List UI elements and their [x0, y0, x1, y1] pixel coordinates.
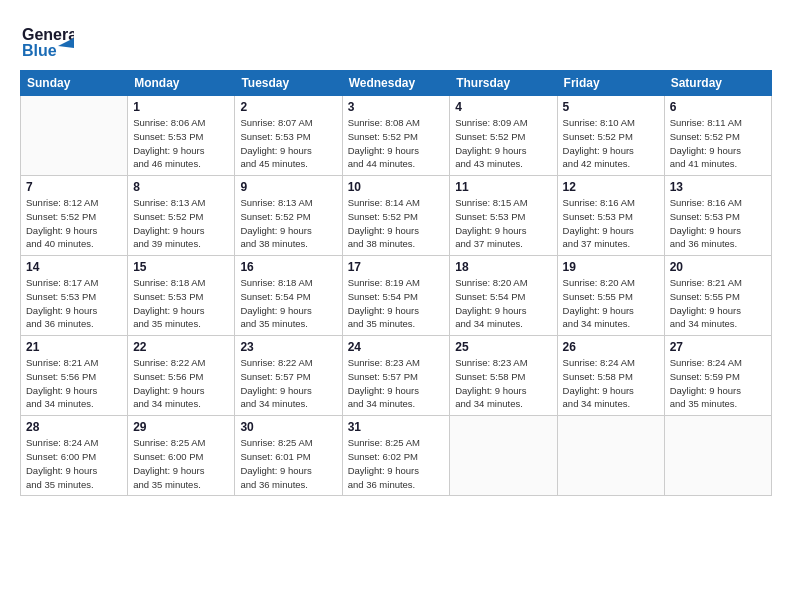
day-number: 25 [455, 340, 551, 354]
calendar-cell: 21Sunrise: 8:21 AMSunset: 5:56 PMDayligh… [21, 336, 128, 416]
calendar-cell: 6Sunrise: 8:11 AMSunset: 5:52 PMDaylight… [664, 96, 771, 176]
day-info: Sunrise: 8:21 AMSunset: 5:55 PMDaylight:… [670, 276, 766, 331]
day-info: Sunrise: 8:11 AMSunset: 5:52 PMDaylight:… [670, 116, 766, 171]
day-info: Sunrise: 8:06 AMSunset: 5:53 PMDaylight:… [133, 116, 229, 171]
calendar-cell: 26Sunrise: 8:24 AMSunset: 5:58 PMDayligh… [557, 336, 664, 416]
calendar-cell: 1Sunrise: 8:06 AMSunset: 5:53 PMDaylight… [128, 96, 235, 176]
weekday-header-friday: Friday [557, 71, 664, 96]
page: General Blue SundayMondayTuesdayWednesda… [0, 0, 792, 612]
calendar-cell: 17Sunrise: 8:19 AMSunset: 5:54 PMDayligh… [342, 256, 450, 336]
day-info: Sunrise: 8:07 AMSunset: 5:53 PMDaylight:… [240, 116, 336, 171]
day-info: Sunrise: 8:24 AMSunset: 5:59 PMDaylight:… [670, 356, 766, 411]
day-number: 13 [670, 180, 766, 194]
calendar-cell [664, 416, 771, 496]
day-info: Sunrise: 8:23 AMSunset: 5:58 PMDaylight:… [455, 356, 551, 411]
day-info: Sunrise: 8:24 AMSunset: 6:00 PMDaylight:… [26, 436, 122, 491]
day-info: Sunrise: 8:16 AMSunset: 5:53 PMDaylight:… [670, 196, 766, 251]
day-info: Sunrise: 8:24 AMSunset: 5:58 PMDaylight:… [563, 356, 659, 411]
weekday-header-monday: Monday [128, 71, 235, 96]
calendar-cell: 9Sunrise: 8:13 AMSunset: 5:52 PMDaylight… [235, 176, 342, 256]
day-number: 14 [26, 260, 122, 274]
day-info: Sunrise: 8:18 AMSunset: 5:54 PMDaylight:… [240, 276, 336, 331]
day-number: 11 [455, 180, 551, 194]
day-number: 12 [563, 180, 659, 194]
calendar-cell: 5Sunrise: 8:10 AMSunset: 5:52 PMDaylight… [557, 96, 664, 176]
day-info: Sunrise: 8:12 AMSunset: 5:52 PMDaylight:… [26, 196, 122, 251]
day-info: Sunrise: 8:16 AMSunset: 5:53 PMDaylight:… [563, 196, 659, 251]
day-info: Sunrise: 8:25 AMSunset: 6:02 PMDaylight:… [348, 436, 445, 491]
calendar-cell: 23Sunrise: 8:22 AMSunset: 5:57 PMDayligh… [235, 336, 342, 416]
day-number: 31 [348, 420, 445, 434]
day-info: Sunrise: 8:19 AMSunset: 5:54 PMDaylight:… [348, 276, 445, 331]
calendar-cell [557, 416, 664, 496]
day-number: 24 [348, 340, 445, 354]
calendar-cell: 8Sunrise: 8:13 AMSunset: 5:52 PMDaylight… [128, 176, 235, 256]
day-number: 8 [133, 180, 229, 194]
day-number: 19 [563, 260, 659, 274]
day-number: 28 [26, 420, 122, 434]
calendar-cell: 3Sunrise: 8:08 AMSunset: 5:52 PMDaylight… [342, 96, 450, 176]
day-info: Sunrise: 8:14 AMSunset: 5:52 PMDaylight:… [348, 196, 445, 251]
day-number: 21 [26, 340, 122, 354]
day-number: 2 [240, 100, 336, 114]
day-number: 3 [348, 100, 445, 114]
logo-icon: General Blue [20, 18, 74, 62]
calendar-cell: 22Sunrise: 8:22 AMSunset: 5:56 PMDayligh… [128, 336, 235, 416]
calendar-cell: 4Sunrise: 8:09 AMSunset: 5:52 PMDaylight… [450, 96, 557, 176]
calendar-week-row: 7Sunrise: 8:12 AMSunset: 5:52 PMDaylight… [21, 176, 772, 256]
day-number: 20 [670, 260, 766, 274]
day-info: Sunrise: 8:20 AMSunset: 5:55 PMDaylight:… [563, 276, 659, 331]
calendar-cell: 19Sunrise: 8:20 AMSunset: 5:55 PMDayligh… [557, 256, 664, 336]
day-number: 9 [240, 180, 336, 194]
weekday-header-saturday: Saturday [664, 71, 771, 96]
day-info: Sunrise: 8:09 AMSunset: 5:52 PMDaylight:… [455, 116, 551, 171]
day-info: Sunrise: 8:13 AMSunset: 5:52 PMDaylight:… [133, 196, 229, 251]
day-number: 1 [133, 100, 229, 114]
day-number: 5 [563, 100, 659, 114]
day-number: 18 [455, 260, 551, 274]
calendar-cell: 31Sunrise: 8:25 AMSunset: 6:02 PMDayligh… [342, 416, 450, 496]
calendar-week-row: 1Sunrise: 8:06 AMSunset: 5:53 PMDaylight… [21, 96, 772, 176]
logo: General Blue [20, 18, 74, 62]
svg-text:Blue: Blue [22, 42, 57, 59]
day-info: Sunrise: 8:22 AMSunset: 5:57 PMDaylight:… [240, 356, 336, 411]
day-info: Sunrise: 8:15 AMSunset: 5:53 PMDaylight:… [455, 196, 551, 251]
calendar-cell [450, 416, 557, 496]
svg-text:General: General [22, 26, 74, 43]
day-info: Sunrise: 8:20 AMSunset: 5:54 PMDaylight:… [455, 276, 551, 331]
day-number: 26 [563, 340, 659, 354]
day-info: Sunrise: 8:18 AMSunset: 5:53 PMDaylight:… [133, 276, 229, 331]
calendar-cell: 27Sunrise: 8:24 AMSunset: 5:59 PMDayligh… [664, 336, 771, 416]
calendar-cell: 14Sunrise: 8:17 AMSunset: 5:53 PMDayligh… [21, 256, 128, 336]
day-info: Sunrise: 8:23 AMSunset: 5:57 PMDaylight:… [348, 356, 445, 411]
calendar-cell: 25Sunrise: 8:23 AMSunset: 5:58 PMDayligh… [450, 336, 557, 416]
weekday-header-tuesday: Tuesday [235, 71, 342, 96]
weekday-header-sunday: Sunday [21, 71, 128, 96]
calendar-cell: 12Sunrise: 8:16 AMSunset: 5:53 PMDayligh… [557, 176, 664, 256]
day-number: 7 [26, 180, 122, 194]
calendar-cell: 13Sunrise: 8:16 AMSunset: 5:53 PMDayligh… [664, 176, 771, 256]
calendar-cell: 15Sunrise: 8:18 AMSunset: 5:53 PMDayligh… [128, 256, 235, 336]
day-number: 22 [133, 340, 229, 354]
day-number: 23 [240, 340, 336, 354]
calendar-week-row: 28Sunrise: 8:24 AMSunset: 6:00 PMDayligh… [21, 416, 772, 496]
day-info: Sunrise: 8:25 AMSunset: 6:01 PMDaylight:… [240, 436, 336, 491]
calendar-cell: 10Sunrise: 8:14 AMSunset: 5:52 PMDayligh… [342, 176, 450, 256]
calendar-cell: 7Sunrise: 8:12 AMSunset: 5:52 PMDaylight… [21, 176, 128, 256]
calendar-cell: 2Sunrise: 8:07 AMSunset: 5:53 PMDaylight… [235, 96, 342, 176]
day-number: 4 [455, 100, 551, 114]
calendar-cell: 18Sunrise: 8:20 AMSunset: 5:54 PMDayligh… [450, 256, 557, 336]
day-number: 30 [240, 420, 336, 434]
day-info: Sunrise: 8:17 AMSunset: 5:53 PMDaylight:… [26, 276, 122, 331]
day-info: Sunrise: 8:08 AMSunset: 5:52 PMDaylight:… [348, 116, 445, 171]
weekday-header-row: SundayMondayTuesdayWednesdayThursdayFrid… [21, 71, 772, 96]
day-number: 29 [133, 420, 229, 434]
weekday-header-thursday: Thursday [450, 71, 557, 96]
calendar-cell: 16Sunrise: 8:18 AMSunset: 5:54 PMDayligh… [235, 256, 342, 336]
calendar-cell: 11Sunrise: 8:15 AMSunset: 5:53 PMDayligh… [450, 176, 557, 256]
calendar-week-row: 21Sunrise: 8:21 AMSunset: 5:56 PMDayligh… [21, 336, 772, 416]
day-number: 15 [133, 260, 229, 274]
calendar-cell: 24Sunrise: 8:23 AMSunset: 5:57 PMDayligh… [342, 336, 450, 416]
calendar-cell: 28Sunrise: 8:24 AMSunset: 6:00 PMDayligh… [21, 416, 128, 496]
calendar-week-row: 14Sunrise: 8:17 AMSunset: 5:53 PMDayligh… [21, 256, 772, 336]
